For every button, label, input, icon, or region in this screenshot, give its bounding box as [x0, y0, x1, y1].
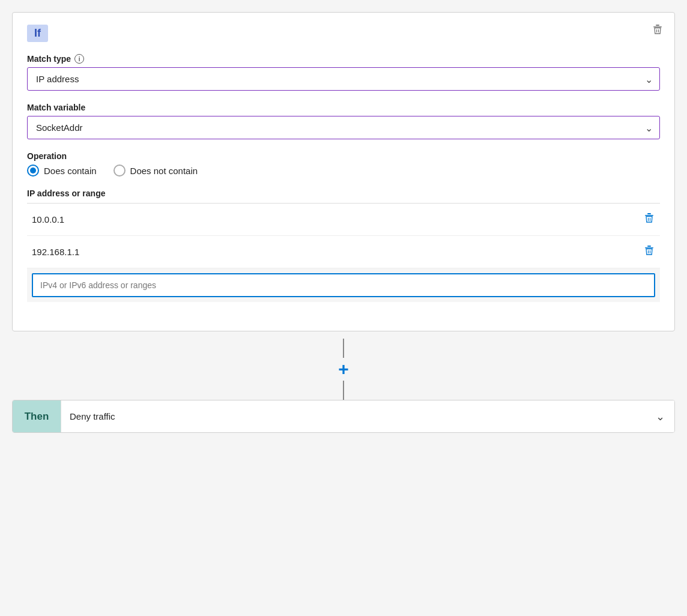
connector-line-top [343, 339, 344, 358]
match-variable-dropdown-wrapper: SocketAddr RemoteAddr RequestHeader ⌄ [27, 116, 660, 139]
ip-range-group: IP address or range 10.0.0.1 [27, 189, 660, 302]
ip-row: 10.0.0.1 [27, 204, 660, 236]
operation-group: Operation Does contain Does not contain [27, 151, 660, 177]
match-type-select[interactable]: IP address Geo location IP Group [27, 67, 660, 91]
svg-rect-5 [645, 215, 653, 216]
then-badge: Then [13, 400, 61, 432]
ip-address-input[interactable] [32, 273, 655, 297]
then-action-dropdown-wrapper: Deny traffic Allow traffic Log only ⌄ [61, 400, 674, 432]
ip-value: 10.0.0.1 [32, 214, 64, 225]
connector-line-bottom [343, 381, 344, 400]
connector-area: + [12, 331, 675, 400]
match-type-dropdown-wrapper: IP address Geo location IP Group ⌄ [27, 67, 660, 91]
svg-rect-4 [647, 213, 651, 214]
does-not-contain-option[interactable]: Does not contain [113, 165, 198, 177]
delete-if-button[interactable] [652, 23, 664, 38]
match-variable-group: Match variable SocketAddr RemoteAddr Req… [27, 103, 660, 139]
operation-label: Operation [27, 151, 660, 161]
does-contain-option[interactable]: Does contain [27, 165, 97, 177]
does-not-contain-label: Does not contain [130, 166, 198, 176]
if-card: If Match type i IP address Geo location [12, 12, 675, 331]
ip-delete-icon-1[interactable] [643, 212, 655, 227]
then-card: Then Deny traffic Allow traffic Log only… [12, 400, 675, 433]
ip-table: 10.0.0.1 192.168.1.1 [27, 203, 660, 302]
match-variable-label: Match variable [27, 103, 660, 112]
operation-options: Does contain Does not contain [27, 165, 660, 177]
ip-value: 192.168.1.1 [32, 247, 79, 257]
ip-delete-icon-2[interactable] [643, 244, 655, 259]
svg-rect-8 [647, 246, 651, 247]
match-variable-select[interactable]: SocketAddr RemoteAddr RequestHeader [27, 116, 660, 139]
then-action-select[interactable]: Deny traffic Allow traffic Log only [61, 400, 674, 432]
does-contain-label: Does contain [44, 166, 97, 176]
svg-rect-9 [645, 247, 653, 249]
svg-rect-0 [656, 25, 659, 26]
ip-range-label: IP address or range [27, 189, 660, 198]
ip-row: 192.168.1.1 [27, 236, 660, 268]
match-type-group: Match type i IP address Geo location IP … [27, 54, 660, 91]
match-type-info-icon[interactable]: i [74, 54, 84, 64]
svg-rect-1 [653, 26, 662, 28]
if-badge: If [27, 25, 48, 42]
add-condition-button[interactable]: + [338, 360, 349, 378]
match-type-label: Match type i [27, 54, 660, 64]
ip-input-row [27, 268, 660, 302]
does-contain-radio[interactable] [27, 165, 39, 177]
does-not-contain-radio[interactable] [113, 165, 126, 177]
